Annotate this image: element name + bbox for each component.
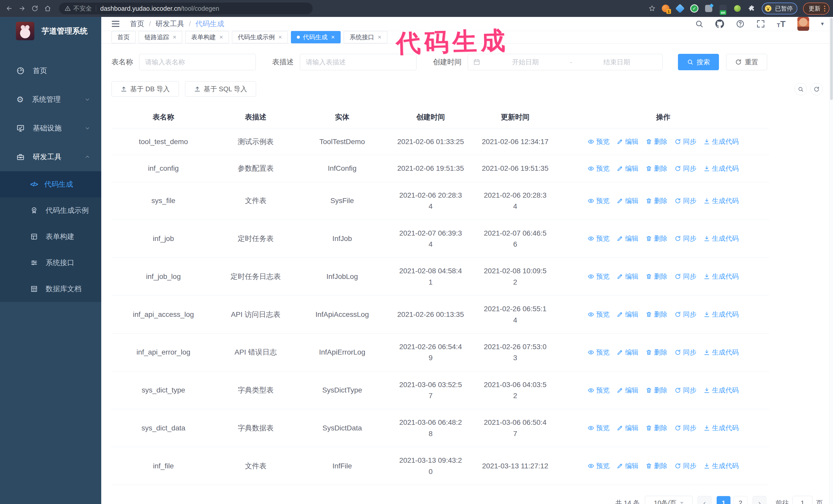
date-end-placeholder[interactable]: 结束日期 xyxy=(576,58,657,67)
action-download-link[interactable]: 生成代码 xyxy=(704,234,739,243)
window-scrollbar[interactable] xyxy=(829,17,833,504)
action-trash-link[interactable]: 删除 xyxy=(646,461,667,471)
extension-dict-icon[interactable] xyxy=(704,4,713,13)
security-label[interactable]: 不安全 xyxy=(73,4,92,13)
sidebar-item-codegen[interactable]: </> 代码生成 xyxy=(0,171,101,197)
forward-icon[interactable] xyxy=(17,3,28,14)
action-sync-link[interactable]: 同步 xyxy=(674,424,696,432)
action-download-link[interactable]: 生成代码 xyxy=(704,137,739,146)
action-edit-link[interactable]: 编辑 xyxy=(617,234,639,243)
action-edit-link[interactable]: 编辑 xyxy=(617,348,639,357)
browser-profile-button[interactable]: 已暂停 xyxy=(762,3,798,14)
action-eye-link[interactable]: 预览 xyxy=(588,164,610,173)
import-sql-button[interactable]: 基于 SQL 导入 xyxy=(185,81,256,97)
tab-close-icon[interactable]: × xyxy=(331,33,335,41)
sidebar-item-codegen-example[interactable]: 代码生成示例 xyxy=(0,197,101,223)
url-text[interactable]: dashboard.yudao.iocoder.cn/tool/codegen xyxy=(100,5,219,12)
table-name-input[interactable] xyxy=(139,54,256,70)
tab-表单构建[interactable]: 表单构建× xyxy=(185,31,229,43)
sidebar-item-form-builder[interactable]: 表单构建 xyxy=(0,223,101,250)
fullscreen-icon[interactable] xyxy=(756,20,765,28)
action-trash-link[interactable]: 删除 xyxy=(646,424,667,432)
tab-close-icon[interactable]: × xyxy=(219,33,223,41)
collapse-menu-icon[interactable] xyxy=(111,19,121,29)
toggle-search-button[interactable] xyxy=(794,83,807,95)
tab-close-icon[interactable]: × xyxy=(173,33,176,41)
extension-orange-icon[interactable]: 1 xyxy=(661,4,670,13)
action-download-link[interactable]: 生成代码 xyxy=(704,164,739,173)
action-trash-link[interactable]: 删除 xyxy=(646,386,667,395)
action-download-link[interactable]: 生成代码 xyxy=(704,386,739,395)
tab-首页[interactable]: 首页 xyxy=(112,31,136,43)
tab-代码生成示例[interactable]: 代码生成示例× xyxy=(232,31,288,43)
action-trash-link[interactable]: 删除 xyxy=(646,272,667,281)
action-trash-link[interactable]: 删除 xyxy=(646,196,667,205)
action-sync-link[interactable]: 同步 xyxy=(674,272,696,281)
action-eye-link[interactable]: 预览 xyxy=(588,386,610,395)
sidebar-item-db-doc[interactable]: 数据库文档 xyxy=(0,276,101,302)
prev-page-button[interactable]: ‹ xyxy=(698,496,712,504)
action-trash-link[interactable]: 删除 xyxy=(646,137,667,146)
page-button-1[interactable]: 1 xyxy=(717,496,731,504)
github-icon[interactable] xyxy=(715,20,724,28)
import-db-button[interactable]: 基于 DB 导入 xyxy=(112,81,179,97)
action-eye-link[interactable]: 预览 xyxy=(588,196,610,205)
action-download-link[interactable]: 生成代码 xyxy=(704,424,739,432)
page-button-2[interactable]: 2 xyxy=(734,496,747,504)
action-trash-link[interactable]: 删除 xyxy=(646,164,667,173)
action-edit-link[interactable]: 编辑 xyxy=(617,164,639,173)
action-edit-link[interactable]: 编辑 xyxy=(617,424,639,432)
action-eye-link[interactable]: 预览 xyxy=(588,234,610,243)
date-start-placeholder[interactable]: 开始日期 xyxy=(485,58,566,67)
action-download-link[interactable]: 生成代码 xyxy=(704,348,739,357)
breadcrumb-item[interactable]: 首页 xyxy=(130,19,144,29)
action-sync-link[interactable]: 同步 xyxy=(674,196,696,205)
extension-shield-icon[interactable]: ✓ xyxy=(690,4,699,13)
action-trash-link[interactable]: 删除 xyxy=(646,310,667,319)
extension-green-icon[interactable] xyxy=(733,4,742,13)
action-edit-link[interactable]: 编辑 xyxy=(617,272,639,281)
action-sync-link[interactable]: 同步 xyxy=(674,310,696,319)
action-edit-link[interactable]: 编辑 xyxy=(617,461,639,471)
action-eye-link[interactable]: 预览 xyxy=(588,310,610,319)
reload-icon[interactable] xyxy=(29,3,41,14)
action-edit-link[interactable]: 编辑 xyxy=(617,386,639,395)
action-edit-link[interactable]: 编辑 xyxy=(617,310,639,319)
action-eye-link[interactable]: 预览 xyxy=(588,272,610,281)
action-sync-link[interactable]: 同步 xyxy=(674,461,696,471)
action-download-link[interactable]: 生成代码 xyxy=(704,272,739,281)
action-eye-link[interactable]: 预览 xyxy=(588,424,610,432)
goto-page-input[interactable] xyxy=(792,496,812,504)
sidebar-item-system[interactable]: ⚙ 系统管理 xyxy=(0,85,101,114)
tab-close-icon[interactable]: × xyxy=(278,33,282,41)
refresh-table-button[interactable] xyxy=(810,83,823,95)
action-eye-link[interactable]: 预览 xyxy=(588,461,610,471)
action-sync-link[interactable]: 同步 xyxy=(674,234,696,243)
sidebar-item-home[interactable]: 首页 xyxy=(0,56,101,85)
search-icon[interactable] xyxy=(695,20,704,28)
extension-gem-icon[interactable] xyxy=(675,4,684,13)
action-trash-link[interactable]: 删除 xyxy=(646,234,667,243)
date-range-picker[interactable]: 开始日期 - 结束日期 xyxy=(468,54,663,70)
sidebar-item-devtools[interactable]: 研发工具 xyxy=(0,143,101,171)
search-button[interactable]: 搜索 xyxy=(678,54,719,70)
action-sync-link[interactable]: 同步 xyxy=(674,164,696,173)
action-sync-link[interactable]: 同步 xyxy=(674,137,696,146)
tab-系统接口[interactable]: 系统接口× xyxy=(344,31,387,43)
breadcrumb-item[interactable]: 研发工具 xyxy=(156,19,184,29)
next-page-button[interactable]: › xyxy=(753,496,766,504)
back-icon[interactable] xyxy=(4,3,15,14)
action-download-link[interactable]: 生成代码 xyxy=(704,196,739,205)
table-desc-input[interactable] xyxy=(300,54,416,70)
tab-close-icon[interactable]: × xyxy=(378,33,381,41)
home-icon[interactable] xyxy=(42,3,53,14)
sidebar-item-system-api[interactable]: 系统接口 xyxy=(0,250,101,276)
help-icon[interactable] xyxy=(736,20,744,28)
scrollbar-thumb[interactable] xyxy=(830,18,833,100)
action-sync-link[interactable]: 同步 xyxy=(674,386,696,395)
action-sync-link[interactable]: 同步 xyxy=(674,348,696,357)
tab-链路追踪[interactable]: 链路追踪× xyxy=(139,31,182,43)
action-edit-link[interactable]: 编辑 xyxy=(617,137,639,146)
browser-menu-icon[interactable] xyxy=(824,6,825,11)
app-logo[interactable]: 芋道管理系统 xyxy=(0,17,101,45)
